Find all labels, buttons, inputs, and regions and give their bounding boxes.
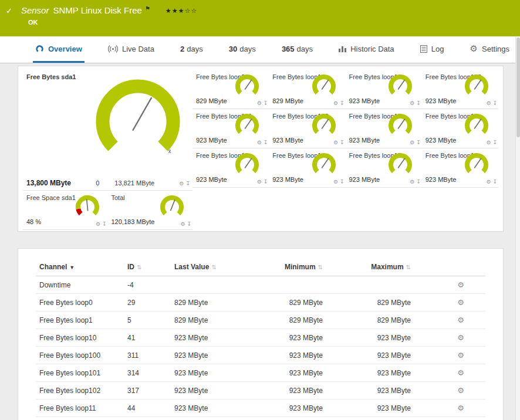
gauge-action-icons: ⚙↧ — [257, 100, 268, 106]
tab-label: days — [187, 45, 202, 53]
sort-icon: ⇅ — [137, 264, 141, 270]
gauge-settings-icon[interactable]: ⚙ — [486, 100, 491, 106]
col-minimum[interactable]: Minimum⇅ — [268, 258, 326, 276]
gauge-value: 923 MByte — [426, 176, 457, 183]
gauge-settings-icon[interactable]: ⚙ — [333, 100, 338, 106]
svg-text:x̄: x̄ — [168, 148, 171, 154]
channel-settings-icon[interactable]: ⚙ — [457, 333, 464, 342]
channel-settings-icon[interactable]: ⚙ — [457, 368, 464, 377]
sort-icon: ⇅ — [406, 264, 411, 270]
gauge-pin-icon[interactable]: ↧ — [340, 179, 345, 185]
gauge-pin-icon[interactable]: ↧ — [102, 221, 107, 227]
gauge-dial — [234, 74, 261, 98]
gauge-settings-icon[interactable]: ⚙ — [333, 140, 338, 145]
tab-historic-data[interactable]: Historic Data — [336, 36, 396, 63]
gauge-pin-icon[interactable]: ↧ — [416, 100, 421, 106]
tab-bar: OverviewLive Data2days30days365daysHisto… — [0, 36, 520, 63]
channel-settings-icon[interactable]: ⚙ — [457, 351, 464, 360]
channel-id: 5 — [124, 311, 171, 329]
gauge-action-icons: ⚙↧ — [410, 140, 421, 145]
tab-30-days[interactable]: 30days — [227, 36, 258, 63]
col-maximum[interactable]: Maximum⇅ — [326, 258, 414, 276]
channel-minimum: 829 MByte — [268, 311, 326, 329]
scrollbar-thumb[interactable] — [516, 38, 520, 137]
gauge-dial — [234, 153, 261, 177]
channel-row[interactable]: Free Bytes loop11 44 923 MByte 923 MByte… — [36, 399, 485, 417]
gauge-pin-icon[interactable]: ↧ — [340, 140, 345, 145]
gauge-settings-icon[interactable]: ⚙ — [486, 140, 491, 145]
gauge-pin-icon[interactable]: ↧ — [264, 140, 268, 145]
vertical-scrollbar[interactable] — [515, 36, 520, 420]
channel-last-value — [171, 276, 268, 294]
gauge-settings-icon[interactable]: ⚙ — [257, 140, 262, 145]
gauge-settings-icon[interactable]: ⚙ — [486, 179, 491, 185]
channel-row[interactable]: Free Bytes loop100 311 923 MByte 923 MBy… — [36, 347, 485, 364]
channel-row[interactable]: Free Bytes loop12 47 923 MByte 923 MByte… — [36, 417, 485, 420]
channel-settings-icon[interactable]: ⚙ — [457, 404, 464, 412]
channel-last-value: 829 MByte — [171, 294, 268, 311]
tab-log[interactable]: Log — [418, 36, 447, 63]
gauge-pin-icon[interactable]: ↧ — [340, 100, 345, 106]
tab-settings[interactable]: ⚙Settings — [468, 36, 512, 63]
sensor-title: SNMP Linux Disk Free — [53, 5, 141, 15]
historic-data-icon — [339, 45, 346, 52]
gauge-settings-icon[interactable]: ⚙ — [410, 179, 414, 185]
gauge-action-icons: ⚙↧ — [257, 179, 268, 185]
channel-maximum: 923 MByte — [326, 417, 414, 420]
status-check-icon: ✓ — [6, 6, 12, 15]
priority-flag-icon[interactable]: ⚑ — [145, 5, 150, 12]
gauge-pin-icon[interactable]: ↧ — [264, 179, 268, 185]
col-channel[interactable]: Channel▼ — [36, 258, 124, 276]
channel-row[interactable]: Free Bytes loop102 317 923 MByte 923 MBy… — [36, 382, 485, 399]
channel-settings-icon[interactable]: ⚙ — [457, 298, 464, 307]
col-id[interactable]: ID⇅ — [124, 258, 171, 276]
gauge-free-bytes-loop102: Free Bytes loop102 923 MByte ⚙↧ — [269, 109, 345, 148]
gauge-value: 13,800 MByte — [26, 179, 71, 187]
channel-settings-icon[interactable]: ⚙ — [457, 316, 464, 324]
sort-icon: ⇅ — [211, 264, 216, 270]
channel-last-value: 923 MByte — [171, 399, 268, 417]
channel-row[interactable]: Free Bytes loop10 41 923 MByte 923 MByte… — [36, 329, 485, 347]
gauge-pin-icon[interactable]: ↧ — [492, 100, 497, 106]
gauge-free-bytes-loop0: Free Bytes loop0 829 MByte ⚙↧ — [193, 70, 269, 109]
tab-overview[interactable]: Overview — [33, 36, 85, 63]
tab-live-data[interactable]: Live Data — [106, 36, 157, 63]
channel-name: Free Bytes loop0 — [36, 294, 124, 311]
gauge-settings-icon[interactable]: ⚙ — [257, 179, 262, 185]
col-last-value[interactable]: Last Value⇅ — [171, 258, 268, 276]
sort-desc-icon: ▼ — [69, 265, 75, 270]
gauge-action-icons: ⚙↧ — [257, 140, 268, 145]
gauge-settings-icon[interactable]: ⚙ — [179, 181, 184, 187]
gauge-action-icons: ⚙↧ — [486, 140, 497, 145]
gauge-settings-icon[interactable]: ⚙ — [410, 140, 414, 145]
gauge-settings-icon[interactable]: ⚙ — [180, 221, 185, 227]
gauge-settings-icon[interactable]: ⚙ — [257, 100, 262, 106]
gauge-settings-icon[interactable]: ⚙ — [333, 179, 338, 185]
tab-num: 2 — [180, 45, 184, 53]
tab-365-days[interactable]: 365days — [279, 36, 315, 63]
channel-settings-icon[interactable]: ⚙ — [457, 386, 464, 395]
channel-row[interactable]: Free Bytes loop101 314 923 MByte 923 MBy… — [36, 364, 485, 382]
priority-star-rating[interactable]: ★★★☆☆ — [166, 7, 197, 15]
gauge-pin-icon[interactable]: ↧ — [416, 140, 421, 145]
channel-settings-icon[interactable]: ⚙ — [457, 280, 464, 289]
gauge-value: 923 MByte — [272, 137, 303, 144]
gauge-pin-icon[interactable]: ↧ — [185, 181, 190, 187]
channel-last-value: 923 MByte — [171, 382, 268, 399]
gauge-settings-icon[interactable]: ⚙ — [410, 100, 414, 106]
tab-2-days[interactable]: 2days — [178, 36, 205, 63]
gauge-settings-icon[interactable]: ⚙ — [96, 221, 100, 227]
log-icon — [420, 45, 427, 53]
gauge-pin-icon[interactable]: ↧ — [492, 140, 497, 145]
channel-row[interactable]: Downtime -4 ⚙ — [36, 276, 485, 294]
channel-last-value: 923 MByte — [171, 364, 268, 382]
channel-row[interactable]: Free Bytes loop0 29 829 MByte 829 MByte … — [36, 294, 485, 311]
channel-maximum: 923 MByte — [326, 329, 414, 347]
gauge-pin-icon[interactable]: ↧ — [416, 179, 421, 185]
gauge-dial — [387, 114, 414, 137]
gauge-pin-icon[interactable]: ↧ — [264, 100, 268, 106]
channel-row[interactable]: Free Bytes loop1 5 829 MByte 829 MByte 8… — [36, 311, 485, 329]
tab-label: days — [239, 45, 255, 53]
gauge-pin-icon[interactable]: ↧ — [492, 179, 497, 185]
gauge-pin-icon[interactable]: ↧ — [187, 221, 191, 227]
